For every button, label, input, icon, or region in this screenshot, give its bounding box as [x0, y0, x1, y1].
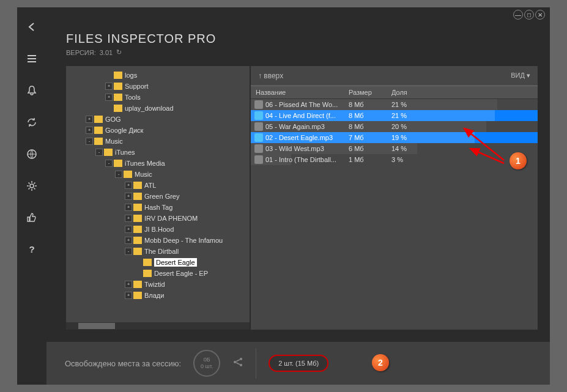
column-size[interactable]: Размер: [349, 89, 391, 96]
annotation-badge-2: 2: [372, 354, 389, 371]
list-row[interactable]: 06 - Pissed At The Wo...8 Мб21 %: [251, 99, 538, 110]
refresh-icon[interactable]: [24, 115, 39, 130]
tree-label[interactable]: uplay_download: [125, 105, 174, 112]
tree-label[interactable]: Mobb Deep - The Infamou: [144, 237, 223, 244]
folder-icon: [94, 138, 103, 145]
expand-icon[interactable]: +: [125, 182, 132, 189]
tree-item[interactable]: uplay_download: [66, 103, 250, 114]
list-panel: ↑ вверх ВИД ▾ Название Размер Доля 06 - …: [251, 66, 538, 330]
expand-icon[interactable]: +: [86, 127, 93, 134]
svg-point-4: [234, 361, 236, 363]
file-size: 1 Мб: [349, 156, 391, 163]
tree-item[interactable]: +Hash Tag: [66, 202, 250, 213]
tree-item[interactable]: logs: [66, 70, 250, 81]
folder-icon: [133, 237, 142, 244]
tree-item[interactable]: +ATL: [66, 180, 250, 191]
tree-label[interactable]: Google Диск: [105, 127, 143, 134]
close-button[interactable]: ✕: [535, 10, 545, 20]
collapse-icon[interactable]: -: [115, 171, 122, 178]
expand-icon[interactable]: +: [86, 116, 93, 123]
collapse-icon[interactable]: -: [86, 138, 93, 145]
folder-icon: [114, 94, 122, 101]
expand-icon[interactable]: +: [105, 83, 113, 90]
gear-icon[interactable]: [24, 179, 39, 193]
tree-item[interactable]: +GOG: [66, 114, 250, 125]
share-icon[interactable]: [232, 357, 243, 371]
version-info: ВЕРСИЯ: 3.01 ↻: [66, 48, 216, 56]
collapse-icon[interactable]: -: [125, 248, 132, 255]
tree-label[interactable]: Tools: [125, 94, 141, 101]
horizontal-scrollbar[interactable]: [66, 322, 250, 330]
tree-label[interactable]: JI B.Hood: [144, 226, 174, 233]
tree-label[interactable]: Влади: [144, 292, 164, 299]
expand-icon[interactable]: +: [125, 204, 132, 211]
tree-label[interactable]: logs: [125, 72, 137, 79]
tree-item[interactable]: -Music: [66, 136, 250, 147]
tree-item[interactable]: +Влади: [66, 290, 250, 301]
expand-icon[interactable]: +: [125, 215, 132, 222]
expand-icon[interactable]: +: [125, 292, 132, 299]
maximize-button[interactable]: □: [524, 10, 534, 20]
tree-item[interactable]: +Green Grey: [66, 191, 250, 202]
tree-label[interactable]: iTunes Media: [125, 160, 165, 167]
tree-label[interactable]: Hash Tag: [144, 204, 172, 211]
tree-label[interactable]: The Dirtball: [144, 248, 179, 255]
tree-item[interactable]: Desert Eagle: [66, 257, 250, 268]
expand-icon[interactable]: +: [125, 237, 132, 244]
globe-icon[interactable]: [24, 147, 39, 161]
tree-label[interactable]: Desert Eagle - EP: [154, 270, 208, 277]
tree-item[interactable]: +Mobb Deep - The Infamou: [66, 235, 250, 246]
tree-item[interactable]: -iTunes: [66, 147, 250, 158]
thumbs-up-icon[interactable]: [24, 210, 39, 225]
tree-label[interactable]: Music: [135, 171, 152, 178]
tree-item[interactable]: +Twiztid: [66, 279, 250, 290]
column-name[interactable]: Название: [251, 89, 349, 96]
folder-icon: [94, 116, 103, 123]
tree-label[interactable]: Music: [105, 138, 123, 145]
tree-item[interactable]: -The Dirtball: [66, 246, 250, 257]
refresh-version-icon[interactable]: ↻: [116, 48, 122, 56]
tree-panel: logs+Support+Toolsuplay_download+GOG+Goo…: [66, 66, 250, 330]
view-button[interactable]: ВИД ▾: [511, 72, 530, 80]
tree-label[interactable]: iTunes: [115, 149, 135, 156]
list-row[interactable]: 04 - Live And Direct (f...8 Мб21 %: [251, 110, 538, 121]
expand-icon[interactable]: +: [125, 281, 132, 288]
back-icon[interactable]: [24, 20, 39, 34]
file-share: 21 %: [391, 112, 422, 119]
help-icon[interactable]: ?: [24, 242, 39, 257]
folder-icon: [114, 105, 122, 112]
minimize-button[interactable]: —: [513, 10, 523, 20]
tree-label[interactable]: Green Grey: [144, 193, 179, 200]
file-share: 14 %: [391, 145, 422, 152]
tree-label[interactable]: ATL: [144, 182, 156, 189]
menu-icon[interactable]: [24, 51, 39, 66]
up-button[interactable]: ↑ вверх: [258, 72, 283, 80]
collapse-icon[interactable]: -: [105, 160, 113, 167]
column-share[interactable]: Доля: [391, 89, 422, 96]
tree-item[interactable]: +JI B.Hood: [66, 224, 250, 235]
bell-icon[interactable]: [24, 83, 39, 98]
tree-item[interactable]: Desert Eagle - EP: [66, 268, 250, 279]
expand-icon[interactable]: +: [125, 226, 132, 233]
tree-label[interactable]: Desert Eagle: [154, 258, 197, 267]
svg-point-3: [240, 358, 242, 360]
file-name: 04 - Live And Direct (f...: [265, 112, 349, 119]
tree-item[interactable]: +Support: [66, 81, 250, 92]
tree-label[interactable]: IRV DA PHENOM: [144, 215, 198, 222]
tree-label[interactable]: GOG: [105, 116, 121, 123]
folder-icon: [94, 127, 103, 134]
tree-item[interactable]: -iTunes Media: [66, 158, 250, 169]
tree-item[interactable]: +Google Диск: [66, 125, 250, 136]
folder-icon: [104, 149, 113, 156]
tree-item[interactable]: +IRV DA PHENOM: [66, 213, 250, 224]
expand-icon[interactable]: +: [105, 94, 113, 101]
tree-item[interactable]: -Music: [66, 169, 250, 180]
selection-badge[interactable]: 2 шт. (15 Мб): [269, 355, 328, 372]
tree-item[interactable]: +Tools: [66, 92, 250, 103]
collapse-icon[interactable]: -: [95, 149, 103, 156]
expand-icon[interactable]: +: [125, 193, 132, 200]
file-name: 03 - Wild West.mp3: [265, 145, 349, 152]
tree-label[interactable]: Twiztid: [144, 281, 165, 288]
session-counter: 0Б 0 шт.: [193, 350, 220, 377]
tree-label[interactable]: Support: [125, 83, 149, 90]
